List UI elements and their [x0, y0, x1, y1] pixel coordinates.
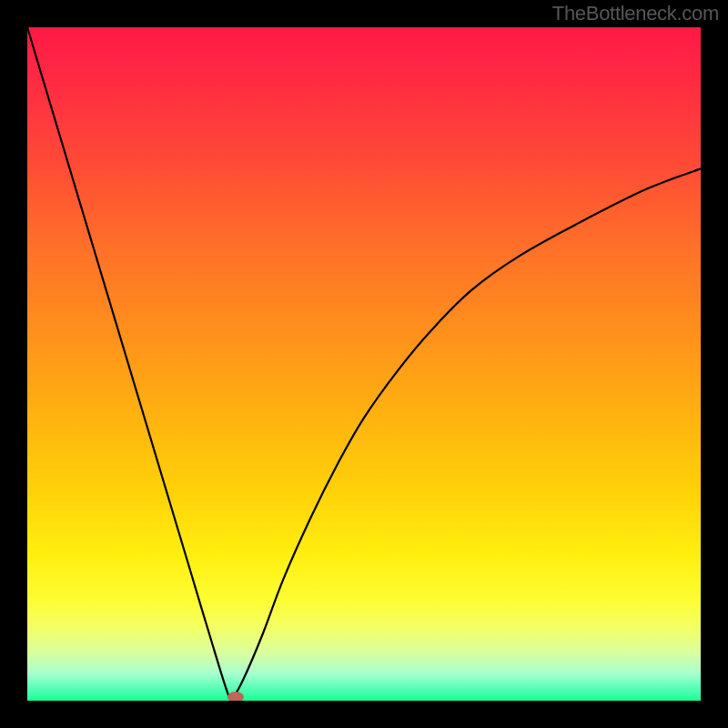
chart-container: TheBottleneck.com — [0, 0, 728, 728]
plot-area — [27, 27, 701, 701]
bottleneck-gradient — [27, 27, 701, 701]
optimal-point-marker — [228, 692, 244, 701]
watermark: TheBottleneck.com — [552, 2, 719, 25]
